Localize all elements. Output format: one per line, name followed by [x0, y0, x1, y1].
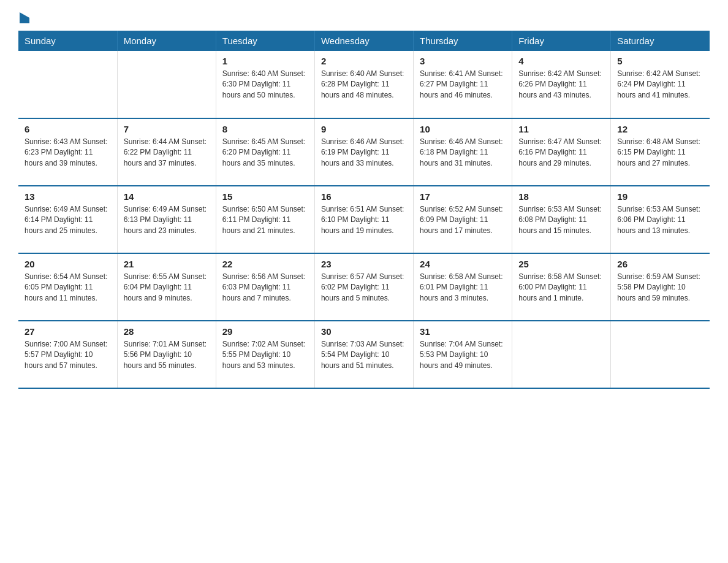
calendar-cell: 22Sunrise: 6:56 AM Sunset: 6:03 PM Dayli… — [216, 253, 314, 321]
calendar-cell: 3Sunrise: 6:41 AM Sunset: 6:27 PM Daylig… — [414, 51, 512, 118]
calendar-cell: 29Sunrise: 7:02 AM Sunset: 5:55 PM Dayli… — [216, 321, 314, 388]
day-number: 12 — [617, 124, 703, 134]
calendar-cell: 1Sunrise: 6:40 AM Sunset: 6:30 PM Daylig… — [216, 51, 314, 118]
day-info: Sunrise: 6:45 AM Sunset: 6:20 PM Dayligh… — [222, 137, 308, 169]
day-number: 31 — [420, 326, 506, 337]
logo-blue-block — [19, 12, 29, 20]
day-number: 17 — [420, 191, 506, 202]
calendar-table: SundayMondayTuesdayWednesdayThursdayFrid… — [18, 31, 710, 389]
day-info: Sunrise: 7:02 AM Sunset: 5:55 PM Dayligh… — [222, 339, 308, 371]
day-number: 24 — [420, 259, 506, 269]
day-info: Sunrise: 6:46 AM Sunset: 6:19 PM Dayligh… — [321, 137, 407, 169]
day-of-week-header: Saturday — [611, 31, 710, 51]
day-number: 16 — [321, 191, 407, 202]
day-number: 22 — [222, 259, 308, 269]
day-info: Sunrise: 6:52 AM Sunset: 6:09 PM Dayligh… — [420, 204, 506, 236]
day-number: 25 — [518, 259, 604, 269]
calendar-cell: 27Sunrise: 7:00 AM Sunset: 5:57 PM Dayli… — [18, 321, 117, 388]
day-info: Sunrise: 7:01 AM Sunset: 5:56 PM Dayligh… — [124, 339, 210, 371]
day-number: 11 — [518, 124, 604, 134]
day-info: Sunrise: 6:58 AM Sunset: 6:00 PM Dayligh… — [518, 272, 604, 304]
calendar-cell — [512, 321, 611, 388]
day-number: 18 — [518, 191, 604, 202]
day-info: Sunrise: 6:48 AM Sunset: 6:15 PM Dayligh… — [617, 137, 703, 169]
day-of-week-header: Sunday — [18, 31, 117, 51]
calendar-cell: 5Sunrise: 6:42 AM Sunset: 6:24 PM Daylig… — [611, 51, 710, 118]
calendar-cell — [611, 321, 710, 388]
day-info: Sunrise: 6:58 AM Sunset: 6:01 PM Dayligh… — [420, 272, 506, 304]
day-number: 21 — [124, 259, 210, 269]
calendar-cell: 14Sunrise: 6:49 AM Sunset: 6:13 PM Dayli… — [117, 186, 216, 253]
calendar-week-row: 20Sunrise: 6:54 AM Sunset: 6:05 PM Dayli… — [18, 253, 710, 321]
day-info: Sunrise: 6:43 AM Sunset: 6:23 PM Dayligh… — [25, 137, 111, 169]
day-number: 7 — [124, 124, 210, 134]
day-number: 28 — [124, 326, 210, 337]
calendar-cell: 13Sunrise: 6:49 AM Sunset: 6:14 PM Dayli… — [18, 186, 117, 253]
day-number: 5 — [617, 56, 703, 66]
day-info: Sunrise: 6:56 AM Sunset: 6:03 PM Dayligh… — [222, 272, 308, 304]
calendar-cell: 23Sunrise: 6:57 AM Sunset: 6:02 PM Dayli… — [314, 253, 413, 321]
day-info: Sunrise: 6:49 AM Sunset: 6:13 PM Dayligh… — [124, 204, 210, 236]
day-info: Sunrise: 7:00 AM Sunset: 5:57 PM Dayligh… — [25, 339, 111, 371]
calendar-cell: 9Sunrise: 6:46 AM Sunset: 6:19 PM Daylig… — [314, 118, 413, 186]
calendar-cell: 18Sunrise: 6:53 AM Sunset: 6:08 PM Dayli… — [512, 186, 611, 253]
day-number: 4 — [518, 56, 604, 66]
day-info: Sunrise: 6:53 AM Sunset: 6:06 PM Dayligh… — [617, 204, 703, 236]
logo-triangle-icon — [20, 12, 29, 23]
calendar-cell: 19Sunrise: 6:53 AM Sunset: 6:06 PM Dayli… — [611, 186, 710, 253]
day-info: Sunrise: 6:50 AM Sunset: 6:11 PM Dayligh… — [222, 204, 308, 236]
day-of-week-header: Monday — [117, 31, 216, 51]
calendar-cell — [117, 51, 216, 118]
day-number: 30 — [321, 326, 407, 337]
day-number: 14 — [124, 191, 210, 202]
calendar-cell: 24Sunrise: 6:58 AM Sunset: 6:01 PM Dayli… — [414, 253, 512, 321]
day-number: 9 — [321, 124, 407, 134]
day-info: Sunrise: 6:51 AM Sunset: 6:10 PM Dayligh… — [321, 204, 407, 236]
calendar-week-row: 6Sunrise: 6:43 AM Sunset: 6:23 PM Daylig… — [18, 118, 710, 186]
calendar-cell: 16Sunrise: 6:51 AM Sunset: 6:10 PM Dayli… — [314, 186, 413, 253]
header — [18, 12, 710, 20]
day-number: 10 — [420, 124, 506, 134]
day-info: Sunrise: 6:40 AM Sunset: 6:28 PM Dayligh… — [321, 69, 407, 101]
calendar-cell: 20Sunrise: 6:54 AM Sunset: 6:05 PM Dayli… — [18, 253, 117, 321]
calendar-cell: 10Sunrise: 6:46 AM Sunset: 6:18 PM Dayli… — [414, 118, 512, 186]
calendar-cell: 21Sunrise: 6:55 AM Sunset: 6:04 PM Dayli… — [117, 253, 216, 321]
day-number: 26 — [617, 259, 703, 269]
day-info: Sunrise: 7:03 AM Sunset: 5:54 PM Dayligh… — [321, 339, 407, 371]
day-info: Sunrise: 6:46 AM Sunset: 6:18 PM Dayligh… — [420, 137, 506, 169]
calendar-cell — [18, 51, 117, 118]
day-number: 23 — [321, 259, 407, 269]
day-info: Sunrise: 6:42 AM Sunset: 6:24 PM Dayligh… — [617, 69, 703, 101]
calendar-cell: 12Sunrise: 6:48 AM Sunset: 6:15 PM Dayli… — [611, 118, 710, 186]
calendar-cell: 30Sunrise: 7:03 AM Sunset: 5:54 PM Dayli… — [314, 321, 413, 388]
calendar-cell: 26Sunrise: 6:59 AM Sunset: 5:58 PM Dayli… — [611, 253, 710, 321]
calendar-cell: 25Sunrise: 6:58 AM Sunset: 6:00 PM Dayli… — [512, 253, 611, 321]
day-info: Sunrise: 6:40 AM Sunset: 6:30 PM Dayligh… — [222, 69, 308, 101]
calendar-week-row: 27Sunrise: 7:00 AM Sunset: 5:57 PM Dayli… — [18, 321, 710, 388]
day-number: 27 — [25, 326, 111, 337]
calendar-cell: 7Sunrise: 6:44 AM Sunset: 6:22 PM Daylig… — [117, 118, 216, 186]
day-of-week-header: Friday — [512, 31, 611, 51]
calendar-cell: 28Sunrise: 7:01 AM Sunset: 5:56 PM Dayli… — [117, 321, 216, 388]
day-info: Sunrise: 6:44 AM Sunset: 6:22 PM Dayligh… — [124, 137, 210, 169]
calendar-week-row: 1Sunrise: 6:40 AM Sunset: 6:30 PM Daylig… — [18, 51, 710, 118]
calendar-week-row: 13Sunrise: 6:49 AM Sunset: 6:14 PM Dayli… — [18, 186, 710, 253]
day-number: 1 — [222, 56, 308, 66]
day-number: 2 — [321, 56, 407, 66]
day-of-week-header: Tuesday — [216, 31, 314, 51]
day-number: 19 — [617, 191, 703, 202]
day-number: 20 — [25, 259, 111, 269]
calendar-cell: 17Sunrise: 6:52 AM Sunset: 6:09 PM Dayli… — [414, 186, 512, 253]
calendar-cell: 31Sunrise: 7:04 AM Sunset: 5:53 PM Dayli… — [414, 321, 512, 388]
day-of-week-header: Wednesday — [314, 31, 413, 51]
calendar-cell: 11Sunrise: 6:47 AM Sunset: 6:16 PM Dayli… — [512, 118, 611, 186]
day-info: Sunrise: 6:55 AM Sunset: 6:04 PM Dayligh… — [124, 272, 210, 304]
logo — [18, 12, 29, 20]
day-info: Sunrise: 6:53 AM Sunset: 6:08 PM Dayligh… — [518, 204, 604, 236]
day-number: 3 — [420, 56, 506, 66]
calendar-cell: 2Sunrise: 6:40 AM Sunset: 6:28 PM Daylig… — [314, 51, 413, 118]
day-info: Sunrise: 6:54 AM Sunset: 6:05 PM Dayligh… — [25, 272, 111, 304]
calendar-cell: 8Sunrise: 6:45 AM Sunset: 6:20 PM Daylig… — [216, 118, 314, 186]
day-number: 29 — [222, 326, 308, 337]
day-info: Sunrise: 6:59 AM Sunset: 5:58 PM Dayligh… — [617, 272, 703, 304]
